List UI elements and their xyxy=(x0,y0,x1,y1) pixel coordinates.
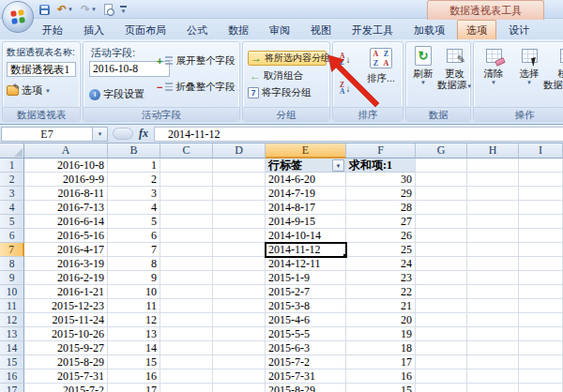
row-header-15[interactable]: 15 xyxy=(0,355,24,369)
cell-D8[interactable] xyxy=(213,257,266,271)
tab-review[interactable]: 审阅 xyxy=(261,21,298,39)
cell-I12[interactable] xyxy=(519,313,563,327)
cell-B6[interactable]: 6 xyxy=(108,229,160,243)
cell-F1[interactable]: 求和项:1 xyxy=(346,158,416,173)
cell-E3[interactable]: 2014-7-19 xyxy=(266,187,346,201)
cell-C10[interactable] xyxy=(160,285,213,299)
cell-A11[interactable]: 2015-12-23 xyxy=(24,299,108,313)
fill-handle[interactable] xyxy=(342,253,346,257)
pivot-name-input[interactable]: 数据透视表1 xyxy=(7,62,76,77)
column-header-F[interactable]: F xyxy=(346,143,416,158)
cell-I16[interactable] xyxy=(519,369,563,384)
cell-I7[interactable] xyxy=(519,243,563,257)
cell-F6[interactable]: 26 xyxy=(346,229,416,243)
cell-F14[interactable]: 18 xyxy=(346,341,416,355)
cell-F2[interactable]: 30 xyxy=(346,173,416,187)
cell-D6[interactable] xyxy=(213,229,266,243)
cell-F3[interactable]: 29 xyxy=(346,187,416,201)
name-box[interactable]: E7 xyxy=(1,127,93,142)
row-header-5[interactable]: 5 xyxy=(0,215,24,229)
tab-data[interactable]: 数据 xyxy=(220,21,257,39)
cell-H10[interactable] xyxy=(467,285,519,299)
cell-B2[interactable]: 2 xyxy=(108,173,160,187)
cell-B16[interactable]: 16 xyxy=(108,369,160,384)
cell-I9[interactable] xyxy=(519,271,563,285)
cell-C8[interactable] xyxy=(160,257,213,271)
cell-C11[interactable] xyxy=(160,299,213,313)
cell-I13[interactable] xyxy=(519,327,563,341)
cell-C14[interactable] xyxy=(160,341,213,355)
expand-field-button[interactable]: + 展开整个字段 xyxy=(157,54,235,68)
cell-C12[interactable] xyxy=(160,313,213,327)
cell-G1[interactable] xyxy=(416,158,467,173)
row-header-2[interactable]: 2 xyxy=(0,173,24,187)
cell-D15[interactable] xyxy=(213,355,266,369)
cell-I3[interactable] xyxy=(519,187,563,201)
cell-G9[interactable] xyxy=(416,271,467,285)
cell-C17[interactable] xyxy=(160,384,213,392)
ungroup-button[interactable]: ← 取消组合 xyxy=(250,69,303,83)
cell-I14[interactable] xyxy=(519,341,563,355)
cell-I4[interactable] xyxy=(519,201,563,215)
row-header-12[interactable]: 12 xyxy=(0,313,24,327)
cell-E1[interactable]: 行标签▼ xyxy=(266,158,346,173)
collapse-field-button[interactable]: − 折叠整个字段 xyxy=(157,81,235,94)
row-header-3[interactable]: 3 xyxy=(0,187,24,201)
cell-H11[interactable] xyxy=(467,299,519,313)
office-button[interactable] xyxy=(2,1,34,33)
sort-dialog-button[interactable]: AZ ZA 排序... xyxy=(361,48,401,83)
cell-B8[interactable]: 8 xyxy=(108,257,160,271)
cell-G11[interactable] xyxy=(416,299,467,313)
cell-F12[interactable]: 20 xyxy=(346,313,416,327)
cell-H2[interactable] xyxy=(467,173,519,187)
cell-A4[interactable]: 2016-7-13 xyxy=(24,201,108,215)
cell-D17[interactable] xyxy=(213,384,266,392)
cell-B15[interactable]: 15 xyxy=(108,355,160,369)
cell-A17[interactable]: 2015-7-2 xyxy=(24,384,108,392)
cell-H15[interactable] xyxy=(467,355,519,369)
cell-G7[interactable] xyxy=(416,243,467,257)
cell-D10[interactable] xyxy=(213,285,266,299)
cell-H17[interactable] xyxy=(467,384,519,392)
save-button[interactable] xyxy=(38,4,52,16)
cell-A7[interactable]: 2016-4-17 xyxy=(24,243,108,257)
cell-H16[interactable] xyxy=(467,369,519,384)
cell-F8[interactable]: 24 xyxy=(346,257,416,271)
row-header-1[interactable]: 1 xyxy=(0,158,24,173)
cell-A1[interactable]: 2016-10-8 xyxy=(24,158,108,173)
row-labels-filter-button[interactable]: ▼ xyxy=(332,159,344,172)
cell-C7[interactable] xyxy=(160,243,213,257)
row-header-14[interactable]: 14 xyxy=(0,341,24,355)
tab-developer[interactable]: 开发工具 xyxy=(343,21,402,39)
cell-B3[interactable]: 3 xyxy=(108,187,160,201)
cell-C5[interactable] xyxy=(160,215,213,229)
cell-B17[interactable]: 17 xyxy=(108,384,160,392)
cell-A12[interactable]: 2015-11-24 xyxy=(24,313,108,327)
column-header-G[interactable]: G xyxy=(416,143,467,158)
cell-F7[interactable]: 25 xyxy=(346,243,416,257)
cell-D12[interactable] xyxy=(213,313,266,327)
cell-B9[interactable]: 9 xyxy=(108,271,160,285)
cell-H14[interactable] xyxy=(467,341,519,355)
cell-C1[interactable] xyxy=(160,158,213,173)
cell-E12[interactable]: 2015-4-6 xyxy=(266,313,346,327)
cell-H1[interactable] xyxy=(467,158,519,173)
cell-C2[interactable] xyxy=(160,173,213,187)
row-header-4[interactable]: 4 xyxy=(0,201,24,215)
cell-E4[interactable]: 2014-8-17 xyxy=(266,201,346,215)
cell-I10[interactable] xyxy=(519,285,563,299)
select-button[interactable]: 选择 ▼ xyxy=(513,46,545,86)
cell-H5[interactable] xyxy=(467,215,519,229)
cell-C13[interactable] xyxy=(160,327,213,341)
tab-insert[interactable]: 插入 xyxy=(75,21,113,39)
cell-F9[interactable]: 23 xyxy=(346,271,416,285)
cell-B7[interactable]: 7 xyxy=(108,243,160,257)
pivot-options-button[interactable]: 选项 ▼ xyxy=(7,83,51,98)
cell-D11[interactable] xyxy=(213,299,266,313)
cell-A10[interactable]: 2016-1-21 xyxy=(24,285,108,299)
cell-E2[interactable]: 2014-6-20 xyxy=(266,173,346,187)
cell-H13[interactable] xyxy=(467,327,519,341)
column-header-I[interactable]: I xyxy=(519,143,563,158)
cell-E6[interactable]: 2014-10-14 xyxy=(266,229,346,243)
cell-H12[interactable] xyxy=(467,313,519,327)
